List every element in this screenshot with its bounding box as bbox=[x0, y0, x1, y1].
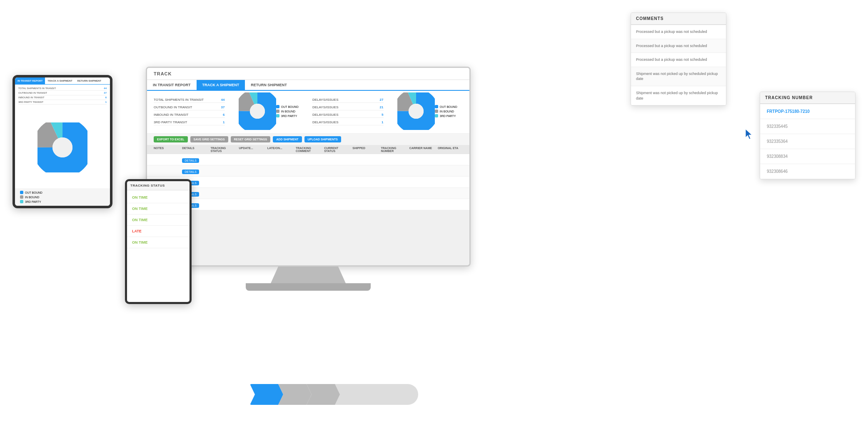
tracking-status-item-5: ON TIME bbox=[127, 237, 190, 248]
phone-device: TRACKING STATUS ON TIME ON TIME ON TIME … bbox=[125, 179, 192, 304]
tablet-stat-3rdparty: 3RD PARTY TRANSIT 1 bbox=[18, 100, 107, 105]
details-button-2[interactable]: DETAILS bbox=[182, 170, 199, 174]
tracking-number-header: TRACKING NUMBER bbox=[760, 92, 855, 104]
legend-3rdparty: 3RD PARTY bbox=[20, 200, 105, 203]
tracking-number-item-5[interactable]: 932308646 bbox=[760, 164, 855, 179]
legend-left-3rdparty: 3RD PARTY bbox=[276, 114, 299, 117]
tracking-number-item-3[interactable]: 932335364 bbox=[760, 134, 855, 149]
legend-outbound: OUT BOUND bbox=[20, 191, 105, 194]
tracking-status-item-4: LATE bbox=[127, 226, 190, 237]
tablet-tab-in-transit[interactable]: IN TRANSIT REPORT bbox=[15, 77, 45, 84]
tablet-content: IN TRANSIT REPORT TRACK A SHIPMENT RETUR… bbox=[15, 77, 110, 206]
chart-left: OUT BOUND IN BOUND 3RD PARTY bbox=[233, 92, 304, 130]
col-notes: NOTES bbox=[154, 147, 179, 152]
arrow-gray-1 bbox=[278, 384, 312, 405]
tablet-screen: IN TRANSIT REPORT TRACK A SHIPMENT RETUR… bbox=[12, 75, 112, 208]
col-tracking-comment: TRACKING COMMENT bbox=[296, 147, 321, 152]
tablet-tab-track[interactable]: TRACK A SHIPMENT bbox=[45, 77, 75, 84]
tab-in-transit[interactable]: IN TRANSIT REPORT bbox=[147, 80, 197, 90]
stat-delays-4: DELAYS/ISSUES 1 bbox=[312, 120, 384, 125]
comments-panel: COMMENTS Processed but a pickup was not … bbox=[631, 12, 726, 106]
tablet-stat-outbound: OUTBOUND IN TRANSIT 37 bbox=[18, 91, 107, 95]
arrow-blue bbox=[250, 384, 283, 405]
reset-grid-settings-button[interactable]: RESET GRID SETTINGS bbox=[231, 136, 271, 142]
tracking-status-item-3: ON TIME bbox=[127, 215, 190, 226]
table-row: DETAILS bbox=[147, 199, 469, 210]
legend-left-outbound: OUT BOUND bbox=[276, 105, 299, 108]
table-row: DETAILS bbox=[147, 154, 469, 165]
pie-chart-right bbox=[397, 92, 435, 130]
grid-rows: DETAILS DETAILS bbox=[147, 154, 469, 210]
stat-delays-2: DELAYS/ISSUES 21 bbox=[312, 105, 384, 110]
col-current-status: CURRENT STATUS bbox=[324, 147, 349, 152]
tracking-status-list: ON TIME ON TIME ON TIME LATE ON TIME bbox=[127, 190, 190, 250]
col-carrier-name: CARRIER NAME bbox=[409, 147, 434, 152]
col-tracking-number: TRACKING NUMBER bbox=[381, 147, 406, 152]
stat-inbound: INBOUND IN TRANSIT 6 bbox=[154, 112, 225, 118]
comment-item-4: Shipment was not picked up by scheduled … bbox=[631, 67, 726, 86]
col-shipped: SHIPPED bbox=[352, 147, 377, 152]
table-row: DETAILS bbox=[147, 165, 469, 177]
monitor-base bbox=[246, 283, 371, 291]
comment-item-2: Processed but a pickup was not scheduled bbox=[631, 39, 726, 53]
legend-right: OUT BOUND IN BOUND 3RD PARTY bbox=[435, 105, 457, 117]
tablet-pie-chart bbox=[37, 122, 87, 172]
grid-header: NOTES DETAILS TRACKING STATUS UPDATE... … bbox=[147, 145, 469, 154]
table-row: DETAILS bbox=[147, 177, 469, 188]
tablet-tabs: IN TRANSIT REPORT TRACK A SHIPMENT RETUR… bbox=[15, 77, 110, 85]
svg-point-11 bbox=[409, 104, 424, 119]
save-grid-settings-button[interactable]: SAVE GRID SETTINGS bbox=[190, 136, 228, 142]
arrows-section bbox=[250, 384, 418, 405]
tab-return-shipment[interactable]: RETURN SHIPMENT bbox=[245, 80, 293, 90]
stat-delays-1: DELAYS/ISSUES 27 bbox=[312, 97, 384, 103]
col-tracking-status: TRACKING STATUS bbox=[210, 147, 235, 152]
arrow-bar bbox=[335, 384, 418, 405]
tablet-pie-area bbox=[15, 106, 110, 188]
tablet-tab-return[interactable]: RETURN SHIPMENT bbox=[75, 77, 104, 84]
chart-right: OUT BOUND IN BOUND 3RD PARTY bbox=[392, 92, 463, 130]
comment-item-3: Processed but a pickup was not scheduled bbox=[631, 53, 726, 67]
stat-3rdparty: 3RD PARTY TRANSIT 1 bbox=[154, 120, 225, 125]
pie-chart-left bbox=[239, 92, 276, 130]
add-shipment-button[interactable]: ADD SHIPMENT bbox=[273, 136, 302, 142]
svg-point-7 bbox=[250, 104, 265, 119]
svg-point-3 bbox=[52, 137, 72, 157]
tablet-stat-inbound: INBOUND IN TRANSIT 6 bbox=[18, 95, 107, 100]
comments-header: COMMENTS bbox=[631, 13, 726, 25]
monitor-tabs: IN TRANSIT REPORT TRACK A SHIPMENT RETUR… bbox=[147, 80, 469, 91]
col-late-on: LATE/ON... bbox=[267, 147, 292, 152]
export-excel-button[interactable]: EXPORT TO EXCEL bbox=[154, 136, 188, 142]
tracking-status-item-1: ON TIME bbox=[127, 192, 190, 203]
tracking-number-item-4[interactable]: 932308834 bbox=[760, 149, 855, 164]
tracking-status-header: TRACKING STATUS bbox=[127, 181, 190, 190]
cursor-icon bbox=[746, 129, 756, 141]
tablet-stats: TOTAL SHIPMENTS IN TRANSIT 44 OUTBOUND I… bbox=[15, 85, 110, 106]
stat-outbound: OUTBOUND IN TRANSIT 37 bbox=[154, 105, 225, 110]
arrow-gray-2 bbox=[307, 384, 340, 405]
comment-item-5: Shipment was not picked up by scheduled … bbox=[631, 86, 726, 105]
legend-left: OUT BOUND IN BOUND 3RD PARTY bbox=[276, 105, 299, 117]
outbound-color bbox=[20, 191, 23, 194]
tab-track-shipment[interactable]: TRACK A SHIPMENT bbox=[197, 80, 245, 90]
upload-shipments-button[interactable]: UPLOAD SHIPMENTS bbox=[304, 136, 341, 142]
3rdparty-color bbox=[20, 200, 23, 203]
cursor-indicator bbox=[746, 129, 756, 142]
monitor-content: TRACK IN TRANSIT REPORT TRACK A SHIPMENT… bbox=[147, 68, 469, 265]
tracking-number-panel: TRACKING NUMBER FRTPOP-175180-7210 93233… bbox=[760, 92, 856, 180]
stat-delays-3: DELAYS/ISSUES 5 bbox=[312, 112, 384, 118]
phone-screen: TRACKING STATUS ON TIME ON TIME ON TIME … bbox=[125, 179, 192, 304]
tracking-number-item-2[interactable]: 932335445 bbox=[760, 119, 855, 134]
monitor-stand bbox=[271, 267, 346, 283]
col-original-eta: ORIGINAL ETA bbox=[438, 147, 463, 152]
stats-charts-section: TOTAL SHIPMENTS IN TRANSIT 44 OUTBOUND I… bbox=[147, 91, 469, 134]
tablet-legend: OUT BOUND IN BOUND 3RD PARTY bbox=[15, 188, 110, 206]
data-grid: NOTES DETAILS TRACKING STATUS UPDATE... … bbox=[147, 145, 469, 210]
details-button-1[interactable]: DETAILS bbox=[182, 158, 199, 163]
tablet-stat-total: TOTAL SHIPMENTS IN TRANSIT 44 bbox=[18, 86, 107, 91]
legend-left-inbound: IN BOUND bbox=[276, 110, 299, 113]
tracking-status-item-2: ON TIME bbox=[127, 203, 190, 215]
stats-left: TOTAL SHIPMENTS IN TRANSIT 44 OUTBOUND I… bbox=[154, 97, 225, 125]
legend-inbound: IN BOUND bbox=[20, 195, 105, 199]
tracking-number-item-1[interactable]: FRTPOP-175180-7210 bbox=[760, 104, 855, 119]
comment-item-1: Processed but a pickup was not scheduled bbox=[631, 25, 726, 39]
